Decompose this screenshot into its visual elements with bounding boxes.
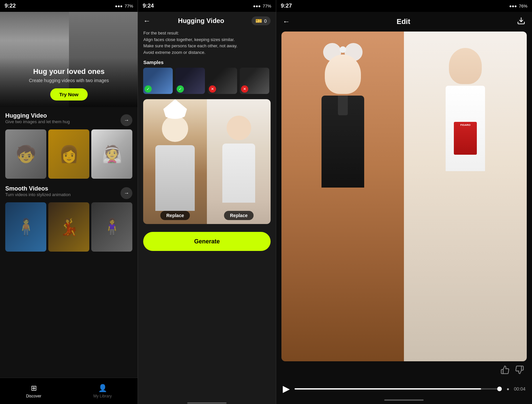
anime-neckline xyxy=(338,96,348,115)
status-time-1: 9:22 xyxy=(5,3,16,9)
coin-badge: 🎫 0 xyxy=(252,16,271,25)
anime-body xyxy=(155,145,195,211)
library-icon: 👤 xyxy=(98,384,107,393)
video-left-panel xyxy=(281,32,404,361)
home-indicator-3 xyxy=(384,399,424,401)
smooth-videos-arrow[interactable]: → xyxy=(121,187,132,199)
anime-figure xyxy=(143,99,207,224)
samples-row: ✓ ✓ ✕ ✕ xyxy=(138,68,276,99)
instruction-line2: Align faces close together, keeping size… xyxy=(143,36,270,43)
status-icons-2: ●●● 77% xyxy=(253,4,271,9)
smooth-videos-subtitle: Turn videos into stylized animation xyxy=(5,192,71,197)
play-button[interactable]: ▶ xyxy=(283,383,290,394)
sample-4[interactable]: ✕ xyxy=(240,68,269,94)
panel-edit: 9:27 ●●● 76% ← Edit xyxy=(276,0,532,404)
anime-head-preview xyxy=(325,55,361,94)
thumb-down-button[interactable] xyxy=(515,365,524,377)
replace-label-right[interactable]: Replace xyxy=(224,211,254,220)
library-label: My Library xyxy=(93,394,112,398)
hugging-video-section: Hugging Video Give two images and let th… xyxy=(5,112,70,128)
battery-3: 76% xyxy=(519,4,527,9)
bottom-bar-2 xyxy=(138,402,276,404)
upload-slot-left[interactable]: Replace xyxy=(143,99,207,224)
hug-icon-3: 👰 xyxy=(102,145,122,164)
status-time-2: 9:24 xyxy=(143,3,154,9)
page-title-2: Hugging Video xyxy=(178,17,224,25)
progress-track[interactable] xyxy=(295,388,502,390)
magazine-preview: FIGARO xyxy=(454,122,477,155)
back-button-3[interactable]: ← xyxy=(283,17,290,26)
video-right-panel: FIGARO xyxy=(404,32,527,361)
back-button-2[interactable]: ← xyxy=(143,17,150,25)
coin-count: 0 xyxy=(264,18,267,24)
hero-subtitle: Create hugging videos with two images xyxy=(29,78,109,83)
sample-3[interactable]: ✕ xyxy=(208,68,237,94)
nav-my-library[interactable]: 👤 My Library xyxy=(93,384,112,398)
smooth-icon-3: 🧍‍♀️ xyxy=(102,217,122,236)
slot-right-bg xyxy=(207,99,271,224)
smooth-videos-thumbs: 🧍 💃 🧍‍♀️ xyxy=(5,202,132,252)
smooth-icon-2: 💃 xyxy=(59,217,79,236)
upload-slot-right[interactable]: Replace xyxy=(207,99,271,224)
hug-thumb-3: 👰 xyxy=(91,129,132,179)
duration-text: 00:04 xyxy=(514,386,525,392)
smooth-thumb-1: 🧍 xyxy=(5,202,46,252)
hero-section: Hug your loved ones Create hugging video… xyxy=(0,12,138,107)
video-inner: FIGARO xyxy=(281,32,527,361)
sample-2[interactable]: ✓ xyxy=(175,68,205,94)
hug-icon-1: 🧒 xyxy=(16,145,36,164)
discover-label: Discover xyxy=(26,394,41,398)
hero-title: Hug your loved ones xyxy=(33,67,105,76)
try-now-button[interactable]: Try Now xyxy=(50,88,88,101)
hugging-video-subtitle: Give two images and let them hug xyxy=(5,119,70,124)
status-bar-2: 9:24 ●●● 77% xyxy=(138,0,276,12)
real-body-preview: FIGARO xyxy=(446,86,485,171)
magazine-text: FIGARO xyxy=(454,122,477,128)
download-button[interactable] xyxy=(517,16,525,27)
smooth-thumb-2: 💃 xyxy=(48,202,89,252)
hug-thumb-1: 🧒 xyxy=(5,129,46,179)
sample-2-check: ✓ xyxy=(177,85,184,93)
hugging-video-header: Hugging Video Give two images and let th… xyxy=(5,112,132,128)
battery-1: 77% xyxy=(124,4,133,9)
real-body xyxy=(222,144,255,203)
hug-thumb-2: 👩 xyxy=(48,129,89,179)
coin-icon: 🎫 xyxy=(255,18,262,24)
hugging-video-arrow[interactable]: → xyxy=(121,114,132,126)
sample-4-check: ✕ xyxy=(241,85,248,93)
status-time-3: 9:27 xyxy=(281,3,292,9)
generate-button[interactable]: Generate xyxy=(143,232,270,251)
duration-dot: ● xyxy=(506,386,509,392)
bottom-bar-3 xyxy=(276,399,532,401)
upload-area: Replace Replace xyxy=(143,99,270,224)
sample-1[interactable]: ✓ xyxy=(143,68,173,94)
anime-face xyxy=(162,116,188,142)
top-bar-2: ← Hugging Video 🎫 0 xyxy=(138,12,276,30)
smooth-thumb-3: 🧍‍♀️ xyxy=(91,202,132,252)
real-preview-figure: FIGARO xyxy=(404,32,527,361)
instruction-line4: Avoid extreme zoom or distance. xyxy=(143,49,270,56)
hero-overlay: Hug your loved ones Create hugging video… xyxy=(0,57,138,107)
instruction-line1: For the best result: xyxy=(143,30,270,36)
home-indicator-2 xyxy=(187,402,227,404)
replace-label-left[interactable]: Replace xyxy=(161,211,190,220)
slot-left-bg xyxy=(143,99,207,224)
hugging-video-thumbs: 🧒 👩 👰 xyxy=(5,129,132,179)
edit-title: Edit xyxy=(397,17,410,26)
real-head-preview xyxy=(449,48,482,84)
panel-hugging-video: 9:24 ●●● 77% ← Hugging Video 🎫 0 For the… xyxy=(138,0,276,404)
status-bar-1: 9:22 ●●● 77% xyxy=(0,0,138,12)
sample-1-check: ✓ xyxy=(144,85,152,93)
player-bar: ▶ ● 00:04 xyxy=(276,381,532,399)
instruction-line3: Make sure the persons face each other, n… xyxy=(143,43,270,49)
nav-discover[interactable]: ⊞ Discover xyxy=(26,384,41,398)
thumb-up-button[interactable] xyxy=(500,365,510,377)
signal-icon-2: ●●● xyxy=(253,4,261,9)
sample-3-check: ✕ xyxy=(209,85,216,93)
status-bar-3: 9:27 ●●● 76% xyxy=(276,0,532,12)
hugging-video-title: Hugging Video xyxy=(5,112,70,119)
signal-icon: ●●● xyxy=(115,4,123,9)
progress-thumb xyxy=(497,387,502,391)
scroll-content: Hugging Video Give two images and let th… xyxy=(0,107,138,378)
video-preview: FIGARO xyxy=(281,32,527,361)
